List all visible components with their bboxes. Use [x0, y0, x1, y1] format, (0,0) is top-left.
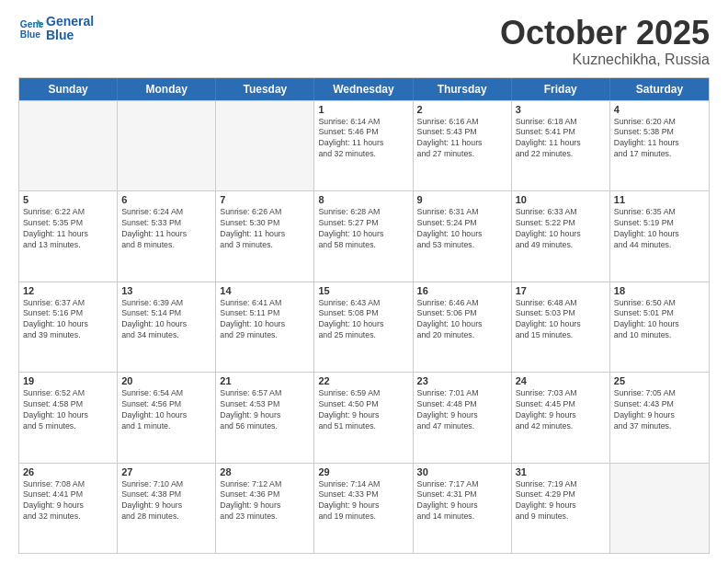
day-number: 18 [614, 285, 705, 296]
day-number: 9 [417, 194, 507, 205]
day-info: Sunrise: 6:59 AM Sunset: 4:50 PM Dayligh… [318, 388, 408, 432]
day-number: 13 [121, 285, 211, 296]
day-info: Sunrise: 7:03 AM Sunset: 4:45 PM Dayligh… [516, 388, 606, 432]
day-info: Sunrise: 7:05 AM Sunset: 4:43 PM Dayligh… [614, 388, 705, 432]
day-info: Sunrise: 6:33 AM Sunset: 5:22 PM Dayligh… [516, 207, 606, 251]
calendar-row-2: 5Sunrise: 6:22 AM Sunset: 5:35 PM Daylig… [19, 190, 709, 281]
location-subtitle: Kuznechikha, Russia [500, 52, 710, 68]
day-number: 19 [23, 375, 113, 386]
day-number: 25 [614, 375, 705, 386]
calendar-cell [118, 101, 216, 190]
calendar-cell: 15Sunrise: 6:43 AM Sunset: 5:08 PM Dayli… [314, 282, 413, 372]
day-number: 31 [516, 466, 606, 477]
calendar-row-4: 19Sunrise: 6:52 AM Sunset: 4:58 PM Dayli… [19, 372, 709, 462]
calendar-cell [216, 101, 314, 190]
day-info: Sunrise: 6:41 AM Sunset: 5:11 PM Dayligh… [220, 298, 310, 342]
day-info: Sunrise: 7:12 AM Sunset: 4:36 PM Dayligh… [220, 479, 310, 523]
calendar-cell: 27Sunrise: 7:10 AM Sunset: 4:38 PM Dayli… [118, 464, 216, 553]
day-number: 6 [121, 194, 211, 205]
day-number: 10 [516, 194, 606, 205]
day-info: Sunrise: 6:43 AM Sunset: 5:08 PM Dayligh… [318, 298, 408, 342]
day-number: 26 [23, 466, 113, 477]
day-info: Sunrise: 6:26 AM Sunset: 5:30 PM Dayligh… [220, 207, 310, 251]
day-info: Sunrise: 6:24 AM Sunset: 5:33 PM Dayligh… [121, 207, 211, 251]
logo-icon: General Blue [18, 16, 44, 41]
calendar-cell: 24Sunrise: 7:03 AM Sunset: 4:45 PM Dayli… [512, 373, 610, 462]
calendar: SundayMondayTuesdayWednesdayThursdayFrid… [18, 77, 710, 554]
header: General Blue General Blue October 2025 K… [18, 15, 710, 68]
day-number: 15 [318, 285, 408, 296]
day-number: 29 [318, 466, 408, 477]
logo-general: General [46, 15, 94, 29]
calendar-cell: 11Sunrise: 6:35 AM Sunset: 5:19 PM Dayli… [610, 191, 709, 281]
header-cell-monday: Monday [118, 78, 216, 100]
svg-text:Blue: Blue [20, 30, 41, 40]
day-number: 5 [23, 194, 113, 205]
day-number: 23 [417, 375, 507, 386]
day-number: 11 [614, 194, 705, 205]
day-number: 22 [318, 375, 408, 386]
day-number: 14 [220, 285, 310, 296]
day-number: 2 [417, 104, 507, 115]
calendar-cell: 22Sunrise: 6:59 AM Sunset: 4:50 PM Dayli… [314, 373, 413, 462]
day-number: 30 [417, 466, 507, 477]
day-info: Sunrise: 7:08 AM Sunset: 4:41 PM Dayligh… [23, 479, 113, 523]
day-info: Sunrise: 6:46 AM Sunset: 5:06 PM Dayligh… [417, 298, 507, 342]
day-info: Sunrise: 6:20 AM Sunset: 5:38 PM Dayligh… [614, 117, 705, 161]
calendar-cell [19, 101, 118, 190]
day-info: Sunrise: 6:22 AM Sunset: 5:35 PM Dayligh… [23, 207, 113, 251]
calendar-cell: 10Sunrise: 6:33 AM Sunset: 5:22 PM Dayli… [512, 191, 610, 281]
day-number: 4 [614, 104, 705, 115]
calendar-cell: 12Sunrise: 6:37 AM Sunset: 5:16 PM Dayli… [19, 282, 118, 372]
calendar-cell: 9Sunrise: 6:31 AM Sunset: 5:24 PM Daylig… [414, 191, 512, 281]
calendar-cell: 18Sunrise: 6:50 AM Sunset: 5:01 PM Dayli… [610, 282, 709, 372]
calendar-row-1: 1Sunrise: 6:14 AM Sunset: 5:46 PM Daylig… [19, 100, 709, 190]
day-number: 7 [220, 194, 310, 205]
calendar-cell: 17Sunrise: 6:48 AM Sunset: 5:03 PM Dayli… [512, 282, 610, 372]
header-cell-wednesday: Wednesday [314, 78, 413, 100]
calendar-cell: 28Sunrise: 7:12 AM Sunset: 4:36 PM Dayli… [216, 464, 314, 553]
calendar-cell: 13Sunrise: 6:39 AM Sunset: 5:14 PM Dayli… [118, 282, 216, 372]
calendar-row-5: 26Sunrise: 7:08 AM Sunset: 4:41 PM Dayli… [19, 463, 709, 553]
day-info: Sunrise: 6:48 AM Sunset: 5:03 PM Dayligh… [516, 298, 606, 342]
day-info: Sunrise: 6:35 AM Sunset: 5:19 PM Dayligh… [614, 207, 705, 251]
day-number: 3 [516, 104, 606, 115]
calendar-cell: 14Sunrise: 6:41 AM Sunset: 5:11 PM Dayli… [216, 282, 314, 372]
day-number: 24 [516, 375, 606, 386]
day-info: Sunrise: 6:50 AM Sunset: 5:01 PM Dayligh… [614, 298, 705, 342]
day-number: 21 [220, 375, 310, 386]
day-info: Sunrise: 6:16 AM Sunset: 5:43 PM Dayligh… [417, 117, 507, 161]
day-number: 8 [318, 194, 408, 205]
calendar-cell: 19Sunrise: 6:52 AM Sunset: 4:58 PM Dayli… [19, 373, 118, 462]
header-cell-tuesday: Tuesday [216, 78, 314, 100]
day-info: Sunrise: 6:37 AM Sunset: 5:16 PM Dayligh… [23, 298, 113, 342]
logo: General Blue General Blue [18, 15, 94, 43]
day-info: Sunrise: 6:52 AM Sunset: 4:58 PM Dayligh… [23, 388, 113, 432]
calendar-cell: 30Sunrise: 7:17 AM Sunset: 4:31 PM Dayli… [414, 464, 512, 553]
day-number: 28 [220, 466, 310, 477]
calendar-cell: 31Sunrise: 7:19 AM Sunset: 4:29 PM Dayli… [512, 464, 610, 553]
calendar-cell: 3Sunrise: 6:18 AM Sunset: 5:41 PM Daylig… [512, 101, 610, 190]
day-info: Sunrise: 7:01 AM Sunset: 4:48 PM Dayligh… [417, 388, 507, 432]
day-info: Sunrise: 6:18 AM Sunset: 5:41 PM Dayligh… [516, 117, 606, 161]
day-number: 20 [121, 375, 211, 386]
day-number: 17 [516, 285, 606, 296]
calendar-cell: 7Sunrise: 6:26 AM Sunset: 5:30 PM Daylig… [216, 191, 314, 281]
logo-blue: Blue [46, 29, 94, 42]
day-info: Sunrise: 6:39 AM Sunset: 5:14 PM Dayligh… [121, 298, 211, 342]
month-title: October 2025 [500, 15, 710, 52]
day-info: Sunrise: 6:57 AM Sunset: 4:53 PM Dayligh… [220, 388, 310, 432]
calendar-cell: 26Sunrise: 7:08 AM Sunset: 4:41 PM Dayli… [19, 464, 118, 553]
title-area: October 2025 Kuznechikha, Russia [500, 15, 710, 68]
day-number: 12 [23, 285, 113, 296]
calendar-cell: 1Sunrise: 6:14 AM Sunset: 5:46 PM Daylig… [314, 101, 413, 190]
calendar-cell: 20Sunrise: 6:54 AM Sunset: 4:56 PM Dayli… [118, 373, 216, 462]
day-info: Sunrise: 6:54 AM Sunset: 4:56 PM Dayligh… [121, 388, 211, 432]
header-cell-thursday: Thursday [414, 78, 512, 100]
day-number: 27 [121, 466, 211, 477]
calendar-body: 1Sunrise: 6:14 AM Sunset: 5:46 PM Daylig… [19, 100, 709, 553]
calendar-cell: 21Sunrise: 6:57 AM Sunset: 4:53 PM Dayli… [216, 373, 314, 462]
calendar-cell: 29Sunrise: 7:14 AM Sunset: 4:33 PM Dayli… [314, 464, 413, 553]
calendar-cell: 4Sunrise: 6:20 AM Sunset: 5:38 PM Daylig… [610, 101, 709, 190]
calendar-cell: 23Sunrise: 7:01 AM Sunset: 4:48 PM Dayli… [414, 373, 512, 462]
